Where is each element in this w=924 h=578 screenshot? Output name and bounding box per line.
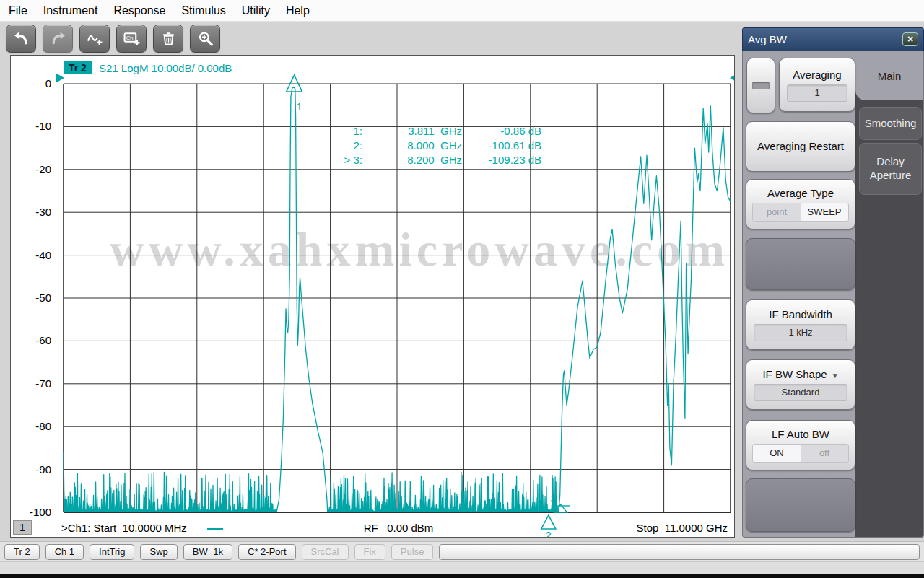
menu-instrument[interactable]: Instrument xyxy=(43,4,98,17)
bottom-bar xyxy=(0,574,924,578)
status-field-empty[interactable] xyxy=(439,544,920,560)
svg-text:Ch: Ch xyxy=(126,35,133,41)
marker-readout-row-3: > 3:8.200 GHz-109.23 dB xyxy=(289,153,541,167)
reference-level-markers[interactable] xyxy=(56,73,735,83)
y-axis-label: -70 xyxy=(12,377,51,390)
lf-auto-bw-label: LF Auto BW xyxy=(746,428,855,440)
tab-main[interactable]: Main xyxy=(855,51,923,100)
status-strip xyxy=(0,561,924,574)
channel-number-badge[interactable]: 1 xyxy=(13,520,32,535)
status-button-bw-1k[interactable]: BW=1k xyxy=(183,544,232,560)
menu-file[interactable]: File xyxy=(9,4,27,17)
averaging-button[interactable]: Averaging 1 xyxy=(779,58,855,112)
avg-bw-panel: Avg BW × Main Smoothing Delay Aperture A… xyxy=(742,27,924,538)
average-type-option-point[interactable]: point xyxy=(753,203,801,221)
panel-tab-column: Main Smoothing Delay Aperture xyxy=(855,51,923,537)
averaging-led-indicator xyxy=(752,82,770,89)
rf-power-label[interactable]: RF 0.00 dBm xyxy=(341,522,456,534)
averaging-value[interactable]: 1 xyxy=(787,84,847,102)
lf-auto-bw-option-on[interactable]: ON xyxy=(753,445,801,462)
marker-id: > 3: xyxy=(289,153,362,167)
tab-delay-aperture[interactable]: Delay Aperture xyxy=(859,143,922,195)
lf-auto-bw-option-off[interactable]: off xyxy=(801,445,848,462)
menu-help[interactable]: Help xyxy=(286,4,310,17)
average-type-option-sweep[interactable]: SWEEP xyxy=(801,203,848,221)
panel-title: Avg BW xyxy=(748,33,787,45)
status-button-inttrig[interactable]: IntTrig xyxy=(90,544,134,560)
panel-header[interactable]: Avg BW × xyxy=(742,27,924,51)
status-button-srccal[interactable]: SrcCal xyxy=(302,544,349,560)
add-channel-button[interactable]: Ch xyxy=(116,25,147,53)
marker-id: 2: xyxy=(289,139,362,153)
average-type-button[interactable]: Average Type point SWEEP xyxy=(746,179,855,229)
y-axis-label: -60 xyxy=(12,334,51,347)
if-bw-shape-value[interactable]: Standard xyxy=(754,384,847,401)
start-frequency-label[interactable]: >Ch1: Start 10.0000 MHz xyxy=(61,522,187,534)
marker-readout: 1:3.811 GHz-0.86 dB2:8.000 GHz-100.61 dB… xyxy=(289,124,541,167)
stop-frequency-label[interactable]: Stop 11.0000 GHz xyxy=(583,522,728,534)
menu-response[interactable]: Response xyxy=(113,4,165,17)
menu-stimulus[interactable]: Stimulus xyxy=(181,4,225,17)
marker-readout-row-2: 2:8.000 GHz-100.61 dB xyxy=(289,139,541,153)
averaging-label: Averaging xyxy=(780,69,855,81)
panel-body: Main Smoothing Delay Aperture Averaging … xyxy=(742,51,924,538)
svg-text:2: 2 xyxy=(546,529,552,538)
blank-softkey-2 xyxy=(746,478,855,532)
close-icon[interactable]: × xyxy=(902,32,918,46)
undo-icon xyxy=(13,31,30,46)
y-axis-label: -90 xyxy=(12,463,51,476)
svg-text:1: 1 xyxy=(297,100,302,113)
trace-badge[interactable]: Tr 2 xyxy=(64,61,92,74)
marker-value: -109.23 dB xyxy=(462,153,541,167)
redo-button[interactable] xyxy=(43,25,73,53)
y-axis-label: -10 xyxy=(12,120,51,133)
y-axis-label: -50 xyxy=(12,292,51,305)
redo-icon xyxy=(50,31,66,46)
trace-plus-icon xyxy=(87,31,103,46)
menu-bar: FileInstrumentResponseStimulusUtilityHel… xyxy=(0,0,924,22)
magnifier-plus-icon xyxy=(197,31,214,46)
marker-value: -100.61 dB xyxy=(462,139,541,153)
marker-frequency: 8.200 GHz xyxy=(362,153,462,167)
y-axis-label: -100 xyxy=(12,506,51,519)
y-axis-label: -30 xyxy=(12,206,51,219)
lf-auto-bw-button[interactable]: LF Auto BW ON off xyxy=(746,420,855,470)
trash-icon xyxy=(160,31,177,46)
channel-plus-icon: Ch xyxy=(123,31,140,46)
undo-button[interactable] xyxy=(6,25,36,53)
averaging-restart-label: Averaging Restart xyxy=(746,140,855,154)
if-bandwidth-value[interactable]: 1 kHz xyxy=(754,324,847,341)
averaging-enable-button[interactable] xyxy=(746,58,775,113)
tab-smoothing[interactable]: Smoothing xyxy=(859,107,922,140)
y-axis-label: 0 xyxy=(12,77,51,90)
averaging-restart-button[interactable]: Averaging Restart xyxy=(746,121,855,172)
marker-id: 1: xyxy=(289,124,362,139)
status-button-pulse[interactable]: Pulse xyxy=(391,544,434,560)
add-trace-button[interactable] xyxy=(79,25,110,53)
if-bandwidth-button[interactable]: IF Bandwidth 1 kHz xyxy=(746,299,855,350)
marker-2[interactable]: 2 xyxy=(541,515,556,538)
status-button-swp[interactable]: Swp xyxy=(140,544,177,560)
delete-button[interactable] xyxy=(153,25,183,53)
plot-window: Tr 2 S21 LogM 10.00dB/ 0.00dB 0-10-20-30… xyxy=(10,55,735,538)
y-axis-label: -80 xyxy=(12,420,51,433)
marker-frequency: 3.811 GHz xyxy=(362,124,462,139)
lf-auto-bw-toggle[interactable]: ON off xyxy=(752,444,849,463)
average-type-label: Average Type xyxy=(746,187,855,199)
if-bw-shape-label: IF BW Shape▼ xyxy=(746,368,855,380)
chevron-down-icon[interactable]: ▼ xyxy=(832,372,839,380)
status-button-c-2-port[interactable]: C* 2-Port xyxy=(238,544,295,560)
status-button-fix[interactable]: Fix xyxy=(354,544,385,560)
svg-text:3: 3 xyxy=(550,492,556,504)
average-type-toggle[interactable]: point SWEEP xyxy=(752,203,849,222)
blank-softkey-1 xyxy=(746,238,855,290)
zoom-button[interactable] xyxy=(190,25,220,53)
status-button-tr-2[interactable]: Tr 2 xyxy=(4,544,40,560)
marker-frequency: 8.000 GHz xyxy=(362,139,462,153)
status-bar: Tr 2Ch 1IntTrigSwpBW=1kC* 2-PortSrcCalFi… xyxy=(0,541,924,561)
menu-utility[interactable]: Utility xyxy=(242,4,270,17)
status-button-ch-1[interactable]: Ch 1 xyxy=(45,544,84,560)
marker-1[interactable]: 1 xyxy=(287,75,302,113)
if-bw-shape-button[interactable]: IF BW Shape▼ Standard xyxy=(746,359,855,410)
marker-value: -0.86 dB xyxy=(462,124,541,139)
